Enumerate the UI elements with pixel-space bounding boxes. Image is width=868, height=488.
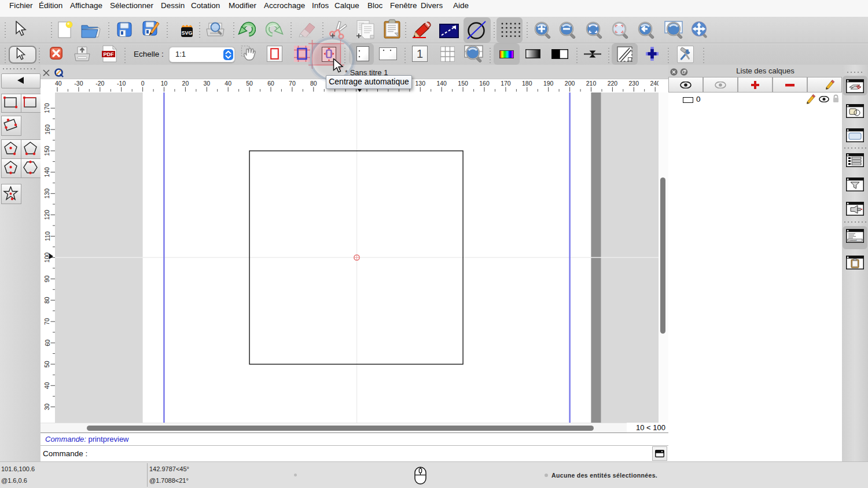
svg-text:60: 60 — [44, 339, 51, 346]
svg-text:80: 80 — [44, 297, 51, 304]
svg-text:PDF: PDF — [104, 51, 115, 57]
svg-text:240: 240 — [650, 80, 659, 87]
svg-text:60: 60 — [267, 80, 274, 87]
svg-text:-40: -40 — [55, 80, 62, 87]
svg-text:-10: -10 — [117, 80, 126, 87]
svg-text:230: 230 — [629, 80, 639, 87]
svg-text:0: 0 — [141, 80, 145, 87]
svg-text:150: 150 — [458, 80, 468, 87]
svg-text:130: 130 — [44, 188, 51, 199]
svg-text:160: 160 — [44, 124, 51, 135]
svg-text:220: 220 — [608, 80, 618, 87]
svg-text:-30: -30 — [74, 80, 83, 87]
svg-text:70: 70 — [44, 318, 51, 325]
svg-text:-20: -20 — [95, 80, 104, 87]
svg-text:180: 180 — [522, 80, 532, 87]
svg-text:20: 20 — [182, 80, 189, 87]
svg-text:40: 40 — [225, 80, 231, 87]
svg-text:150: 150 — [44, 146, 51, 156]
svg-text:170: 170 — [44, 103, 51, 113]
svg-text:SVG: SVG — [181, 30, 192, 36]
svg-text:70: 70 — [289, 80, 296, 87]
svg-text:50: 50 — [246, 80, 253, 87]
svg-text:120: 120 — [44, 210, 51, 220]
svg-text:10: 10 — [161, 80, 168, 87]
svg-text:210: 210 — [586, 80, 597, 87]
svg-text:30: 30 — [203, 80, 210, 87]
svg-text:130: 130 — [415, 80, 426, 87]
svg-text:50: 50 — [44, 361, 51, 368]
svg-text:140: 140 — [44, 167, 51, 178]
svg-text:110: 110 — [44, 231, 51, 241]
svg-text:40: 40 — [44, 382, 51, 389]
svg-text:30: 30 — [44, 404, 51, 411]
svg-text:160: 160 — [479, 80, 490, 87]
svg-text:140: 140 — [436, 80, 447, 87]
svg-text:170: 170 — [501, 80, 511, 87]
svg-text:80: 80 — [310, 80, 317, 87]
svg-text:90: 90 — [44, 275, 51, 282]
svg-text:190: 190 — [543, 80, 554, 87]
svg-text:200: 200 — [565, 80, 575, 87]
svg-text:command: command — [849, 239, 857, 242]
